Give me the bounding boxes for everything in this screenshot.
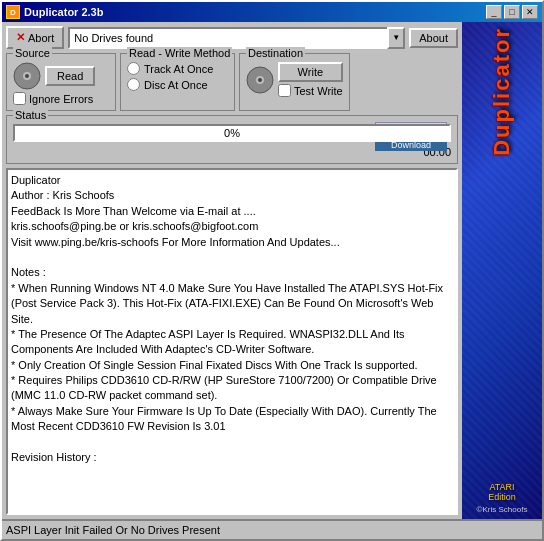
- window-title: Duplicator 2.3b: [24, 6, 103, 18]
- log-line: [11, 435, 453, 450]
- left-panel: ✕ Abort ▼ About Source: [2, 22, 462, 519]
- destination-group: Destination Write Test Write: [239, 53, 350, 111]
- log-line: Author : Kris Schoofs: [11, 188, 453, 203]
- atari-edition-text: ATARIEdition: [488, 482, 516, 502]
- write-button[interactable]: Write: [278, 62, 343, 82]
- log-line: Revision History :: [11, 450, 453, 465]
- about-button[interactable]: About: [409, 28, 458, 48]
- track-at-once-radio[interactable]: [127, 62, 140, 75]
- window-controls: _ □ ✕: [486, 5, 538, 19]
- content-area: ✕ Abort ▼ About Source: [2, 22, 542, 519]
- abort-x-icon: ✕: [16, 31, 25, 44]
- close-button[interactable]: ✕: [522, 5, 538, 19]
- source-label: Source: [13, 47, 52, 59]
- app-icon: D: [6, 5, 20, 19]
- duplicator-brand-text: Duplicator: [489, 27, 515, 156]
- rw-group: Read - Write Method Track At Once Disc A…: [120, 53, 235, 111]
- main-window: D Duplicator 2.3b _ □ ✕ ✕ Abort ▼ About: [0, 0, 544, 541]
- log-line: Notes :: [11, 265, 453, 280]
- drives-dropdown-container: ▼: [68, 27, 405, 49]
- read-button[interactable]: Read: [45, 66, 95, 86]
- drives-dropdown[interactable]: [68, 27, 405, 49]
- source-group: Source Read Ignore Errors: [6, 53, 116, 111]
- log-line: [11, 250, 453, 265]
- status-group: Status soft-ware.net Download 0% 00: [6, 115, 458, 164]
- track-at-once-label: Track At Once: [144, 63, 213, 75]
- log-line: Visit www.ping.be/kris-schoofs For More …: [11, 235, 453, 250]
- abort-button[interactable]: ✕ Abort: [6, 26, 64, 49]
- log-area[interactable]: DuplicatorAuthor : Kris SchoofsFeedBack …: [6, 168, 458, 515]
- log-line: FeedBack Is More Than Welcome via E-mail…: [11, 204, 453, 219]
- maximize-button[interactable]: □: [504, 5, 520, 19]
- progress-text: 0%: [15, 126, 449, 140]
- log-line: * The Presence Of The Adaptec ASPI Layer…: [11, 327, 453, 358]
- source-disc-icon: [13, 62, 41, 90]
- log-line: * When Running Windows NT 4.0 Make Sure …: [11, 281, 453, 327]
- log-line: kris.schoofs@ping.be or kris.schoofs@big…: [11, 219, 453, 234]
- test-write-checkbox[interactable]: [278, 84, 291, 97]
- title-bar: D Duplicator 2.3b _ □ ✕: [2, 2, 542, 22]
- copyright-text: ©Kris Schoofs: [477, 505, 528, 514]
- disc-at-once-radio[interactable]: [127, 78, 140, 91]
- destination-label: Destination: [246, 47, 305, 59]
- log-line: * Only Creation Of Single Session Final …: [11, 358, 453, 373]
- test-write-label: Test Write: [294, 85, 343, 97]
- ignore-errors-checkbox[interactable]: [13, 92, 26, 105]
- status-bar-text: ASPI Layer Init Failed Or No Drives Pres…: [6, 524, 220, 536]
- svg-point-5: [258, 78, 262, 82]
- drives-dropdown-arrow[interactable]: ▼: [387, 27, 405, 49]
- dest-disc-icon: [246, 66, 274, 94]
- log-line: * Always Make Sure Your Firmware Is Up T…: [11, 404, 453, 435]
- rw-label: Read - Write Method: [127, 47, 232, 59]
- ignore-errors-label: Ignore Errors: [29, 93, 93, 105]
- status-bar: ASPI Layer Init Failed Or No Drives Pres…: [2, 519, 542, 539]
- log-line: Duplicator: [11, 173, 453, 188]
- minimize-button[interactable]: _: [486, 5, 502, 19]
- status-group-label: Status: [13, 109, 48, 121]
- top-bar: ✕ Abort ▼ About: [6, 26, 458, 49]
- svg-point-2: [25, 74, 29, 78]
- groups-row: Source Read Ignore Errors: [6, 53, 458, 111]
- disc-at-once-label: Disc At Once: [144, 79, 208, 91]
- log-line: * Requires Philips CDD3610 CD-R/RW (HP S…: [11, 373, 453, 404]
- progress-bar-container: 0%: [13, 124, 451, 142]
- right-panel: Duplicator ATARIEdition ©Kris Schoofs: [462, 22, 542, 519]
